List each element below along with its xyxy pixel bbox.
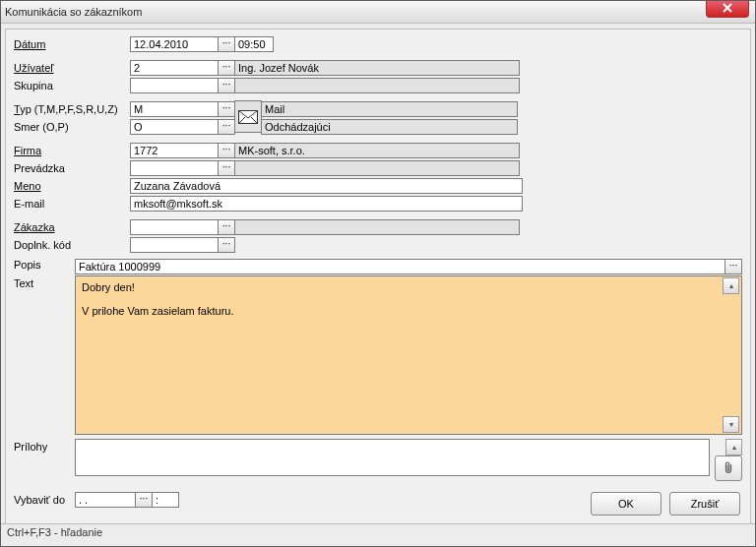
close-button[interactable] [706, 0, 749, 18]
group-input[interactable] [130, 78, 219, 93]
attachments-list[interactable] [75, 439, 710, 476]
label-typ: Typ (T,M,P,F,S,R,U,Z) [14, 103, 130, 115]
text-scroll-up[interactable]: ▴ [723, 277, 739, 294]
label-popis: Popis [14, 259, 75, 274]
name-input[interactable]: Zuzana Závadová [130, 178, 523, 194]
date-input[interactable]: 12.04.2010 [130, 36, 219, 52]
due-time-input[interactable]: : [152, 492, 179, 508]
ok-button[interactable]: OK [591, 492, 662, 516]
order-input[interactable] [130, 219, 219, 235]
label-doplnk: Doplnk. kód [14, 239, 130, 251]
group-lookup-button[interactable]: ··· [218, 78, 235, 93]
attach-scroll-up[interactable]: ▴ [725, 439, 742, 456]
body-line1: Dobry den! [82, 280, 735, 294]
paperclip-icon [723, 460, 734, 476]
text-scroll-down[interactable]: ▾ [723, 416, 739, 433]
time-input[interactable]: 09:50 [234, 36, 274, 52]
label-prilohy: Prílohy [14, 439, 75, 453]
direction-label-display: Odchádzajúci [261, 119, 518, 135]
type-code-input[interactable]: M [130, 101, 219, 117]
label-skupina: Skupina [14, 80, 130, 91]
user-lookup-button[interactable]: ··· [218, 60, 235, 76]
label-uzivatel: Užívateľ [14, 62, 130, 74]
due-date-picker-button[interactable]: ··· [135, 492, 153, 508]
due-date-input[interactable]: . . [75, 492, 136, 508]
company-lookup-button[interactable]: ··· [218, 143, 235, 158]
order-lookup-button[interactable]: ··· [218, 219, 235, 235]
label-firma: Firma [14, 145, 130, 156]
label-datum: Dátum [14, 38, 130, 50]
company-id-input[interactable]: 1772 [130, 143, 219, 158]
label-prevadzka: Prevádzka [14, 162, 130, 174]
label-email: E-mail [14, 198, 130, 210]
group-name-display [234, 78, 520, 93]
body-textarea[interactable]: Dobry den! V prilohe Vam zasielam faktur… [75, 275, 742, 435]
envelope-icon [238, 110, 258, 124]
subject-lookup-button[interactable]: ··· [724, 259, 742, 274]
close-icon [723, 3, 732, 13]
label-smer: Smer (O,P) [14, 121, 130, 133]
subject-input[interactable]: Faktúra 1000999 [75, 259, 725, 274]
direction-code-input[interactable]: O [130, 119, 219, 135]
branch-input[interactable] [130, 160, 219, 176]
addcode-input[interactable] [130, 237, 219, 253]
company-name-display: MK-soft, s.r.o. [234, 143, 520, 158]
addcode-lookup-button[interactable]: ··· [218, 237, 235, 253]
dialog-body: Dátum 12.04.2010 ··· 09:50 Užívateľ 2 ··… [5, 29, 751, 524]
label-meno: Meno [14, 180, 130, 192]
direction-lookup-button[interactable]: ··· [218, 119, 235, 135]
label-text: Text [14, 275, 75, 289]
branch-name-display [234, 160, 520, 176]
mail-type-icon-box [234, 100, 262, 133]
user-name-display: Ing. Jozef Novák [234, 60, 520, 76]
date-picker-button[interactable]: ··· [218, 36, 235, 52]
label-vybavit: Vybaviť do [14, 494, 75, 506]
branch-lookup-button[interactable]: ··· [218, 160, 235, 176]
label-zakazka: Zákazka [14, 221, 130, 233]
dialog-window: Komunikácia so zákazníkom Dátum 12.04.20… [0, 0, 756, 547]
type-lookup-button[interactable]: ··· [218, 101, 235, 117]
order-name-display [234, 219, 520, 235]
body-line2: V prilohe Vam zasielam fakturu. [82, 304, 735, 318]
add-attachment-button[interactable] [715, 456, 742, 481]
window-title: Komunikácia so zákazníkom [5, 6, 142, 18]
email-input[interactable]: mksoft@mksoft.sk [130, 196, 523, 212]
cancel-button[interactable]: Zrušiť [669, 492, 740, 516]
type-label-display: Mail [261, 101, 518, 117]
titlebar: Komunikácia so zákazníkom [1, 1, 755, 24]
statusbar: Ctrl+F,F3 - hľadanie [1, 523, 755, 546]
user-id-input[interactable]: 2 [130, 60, 219, 76]
